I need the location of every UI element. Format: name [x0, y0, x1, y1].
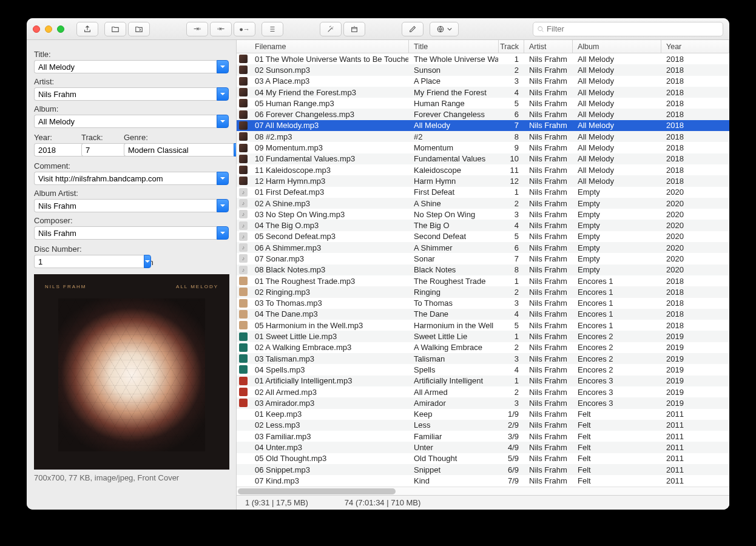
col-year[interactable]: Year [661, 40, 729, 53]
col-icon[interactable] [237, 40, 250, 53]
col-track[interactable]: Track [499, 40, 524, 53]
album-field[interactable] [34, 115, 229, 128]
cell-filename: 04 The Big O.mp3 [250, 220, 409, 231]
cell-filename: 05 Human Range.mp3 [250, 98, 409, 109]
cell-year: 2018 [661, 109, 729, 120]
cell-album: All Melody [573, 98, 661, 109]
comment-input[interactable] [34, 172, 217, 185]
album-artist-input[interactable] [34, 199, 217, 212]
table-row[interactable]: 05 Old Thought.mp3Old Thought5/9Nils Fra… [237, 453, 729, 464]
composer-dropdown[interactable] [217, 226, 229, 240]
cell-artist: Nils Frahm [524, 364, 573, 375]
table-row[interactable]: 03 Familiar.mp3Familiar3/9Nils FrahmFelt… [237, 431, 729, 442]
wand-button[interactable] [320, 22, 342, 36]
table-row[interactable]: 07 All Melody.mp3All Melody7Nils FrahmAl… [237, 120, 729, 131]
table-row[interactable]: 01 The Roughest Trade.mp3The Roughest Tr… [237, 275, 729, 286]
list-button[interactable] [262, 22, 283, 36]
status-total: 74 (7:01:34 | 710 MB) [345, 498, 421, 507]
album-input[interactable] [34, 115, 217, 128]
genre-input[interactable] [124, 143, 234, 157]
artist-input[interactable] [34, 87, 217, 101]
table-row[interactable]: 01 Keep.mp3Keep1/9Nils FrahmFelt2011 [237, 409, 729, 420]
add-folder-button[interactable] [128, 22, 150, 36]
table-row[interactable]: 03 Amirador.mp3Amirador3Nils FrahmEncore… [237, 397, 729, 408]
table-row[interactable]: 07 Kind.mp3Kind7/9Nils FrahmFelt2011 [237, 475, 729, 486]
horizontal-scrollbar[interactable] [237, 487, 729, 495]
album-art[interactable]: NILS FRAHM ALL MELODY [34, 274, 229, 470]
table-row[interactable]: 08 Black Notes.mp3Black Notes8Nils Frahm… [237, 265, 729, 275]
year-field[interactable] [34, 143, 76, 157]
table-row[interactable]: 03 No Step On Wing.mp3No Step On Wing3Ni… [237, 209, 729, 220]
genre-field[interactable] [124, 143, 237, 157]
composer-input[interactable] [34, 226, 217, 240]
table-row[interactable]: 01 Sweet Little Lie.mp3Sweet Little Lie1… [237, 331, 729, 342]
table-row[interactable]: 03 A Place.mp3A Place3Nils FrahmAll Melo… [237, 76, 729, 87]
artist-field[interactable] [34, 87, 229, 101]
title-input[interactable] [34, 60, 217, 73]
table-row[interactable]: 12 Harm Hymn.mp3Harm Hymn12Nils FrahmAll… [237, 175, 729, 186]
minimize-window-button[interactable] [45, 25, 52, 33]
col-album[interactable]: Album [573, 40, 661, 53]
table-row[interactable]: 05 Human Range.mp3Human Range5Nils Frahm… [237, 98, 729, 109]
table-row[interactable]: 01 Artificially Intelligent.mp3Artificia… [237, 376, 729, 386]
table-row[interactable]: 04 Spells.mp3Spells4Nils FrahmEncores 22… [237, 364, 729, 375]
table-row[interactable]: 09 Momentum.mp3Momentum9Nils FrahmAll Me… [237, 142, 729, 153]
archive-button[interactable] [343, 22, 365, 36]
zoom-window-button[interactable] [57, 25, 64, 33]
table-row[interactable]: 05 Harmonium in the Well.mp3Harmonium in… [237, 320, 729, 331]
table-row[interactable]: 02 A Walking Embrace.mp3A Walking Embrac… [237, 342, 729, 353]
table-row[interactable]: 11 Kaleidoscope.mp3Kaleidoscope11Nils Fr… [237, 164, 729, 175]
filter-input[interactable] [547, 24, 719, 33]
disc-number-field[interactable] [34, 255, 95, 268]
table-row[interactable]: 06 Snippet.mp3Snippet6/9Nils FrahmFelt20… [237, 464, 729, 475]
table-row[interactable]: 02 A Shine.mp3A Shine2Nils FrahmEmpty202… [237, 198, 729, 209]
cell-album: Encores 2 [573, 331, 661, 342]
title-field[interactable] [34, 60, 229, 73]
table-row[interactable]: 04 The Dane.mp3The Dane4Nils FrahmEncore… [237, 309, 729, 320]
table-row[interactable]: 04 Unter.mp3Unter4/9Nils FrahmFelt2011 [237, 442, 729, 453]
file-to-tag-button[interactable]: ◦⇤ [210, 22, 232, 36]
table-row[interactable]: 04 The Big O.mp3The Big O4Nils FrahmEmpt… [237, 220, 729, 231]
close-window-button[interactable] [33, 25, 40, 33]
col-artist[interactable]: Artist [524, 40, 573, 53]
album-artist-dropdown[interactable] [217, 199, 229, 212]
comment-dropdown[interactable] [217, 172, 229, 185]
table-row[interactable]: 04 My Friend the Forest.mp3My Friend the… [237, 87, 729, 98]
scroll-thumb[interactable] [238, 488, 396, 494]
composer-field[interactable] [34, 226, 229, 240]
album-dropdown[interactable] [217, 115, 229, 128]
title-dropdown[interactable] [217, 60, 229, 73]
comment-field[interactable] [34, 172, 229, 185]
table-row[interactable]: 02 All Armed.mp3All Armed2Nils FrahmEnco… [237, 386, 729, 397]
tag-to-file-button[interactable]: ⇥◦ [186, 22, 208, 36]
table-row[interactable]: 05 Second Defeat.mp3Second Defeat5Nils F… [237, 231, 729, 242]
globe-dropdown[interactable] [430, 22, 459, 36]
table-row[interactable]: 08 #2.mp3#28Nils FrahmAll Melody2018 [237, 131, 729, 142]
album-artist-field[interactable] [34, 199, 229, 212]
table-row[interactable]: 02 Ringing.mp3Ringing2Nils FrahmEncores … [237, 286, 729, 297]
col-title[interactable]: Title [409, 40, 499, 53]
table-row[interactable]: 10 Fundamental Values.mp3Fundamental Val… [237, 153, 729, 164]
edit-button[interactable] [402, 22, 424, 36]
table-row[interactable]: 03 Talisman.mp3Talisman3Nils FrahmEncore… [237, 353, 729, 364]
table-row[interactable]: 07 Sonar.mp3Sonar7Nils FrahmEmpty2020 [237, 253, 729, 264]
table-row[interactable]: 02 Less.mp3Less2/9Nils FrahmFelt2011 [237, 420, 729, 431]
open-folder-button[interactable] [104, 22, 126, 36]
disc-number-input[interactable] [34, 255, 144, 268]
share-button[interactable] [76, 22, 98, 36]
table-rows[interactable]: 01 The Whole Universe Wants to Be Touche… [237, 53, 729, 487]
cell-filename: 01 Sweet Little Lie.mp3 [250, 331, 409, 342]
album-swatch-icon [237, 353, 250, 364]
table-row[interactable]: 01 The Whole Universe Wants to Be Touche… [237, 53, 729, 64]
copy-button[interactable]: ●→ [234, 22, 255, 36]
disc-number-dropdown[interactable] [144, 255, 151, 268]
table-row[interactable]: 02 Sunson.mp3Sunson2Nils FrahmAll Melody… [237, 64, 729, 75]
table-row[interactable]: 06 Forever Changeless.mp3Forever Changel… [237, 109, 729, 120]
table-row[interactable]: 01 First Defeat.mp3First Defeat1Nils Fra… [237, 187, 729, 198]
table-row[interactable]: 06 A Shimmer.mp3A Shimmer6Nils FrahmEmpt… [237, 242, 729, 253]
artist-dropdown[interactable] [217, 87, 229, 101]
col-filename[interactable]: Filename [250, 40, 409, 53]
track-field[interactable] [81, 143, 119, 157]
filter-search[interactable] [533, 22, 723, 36]
table-row[interactable]: 03 To Thomas.mp3To Thomas3Nils FrahmEnco… [237, 298, 729, 309]
